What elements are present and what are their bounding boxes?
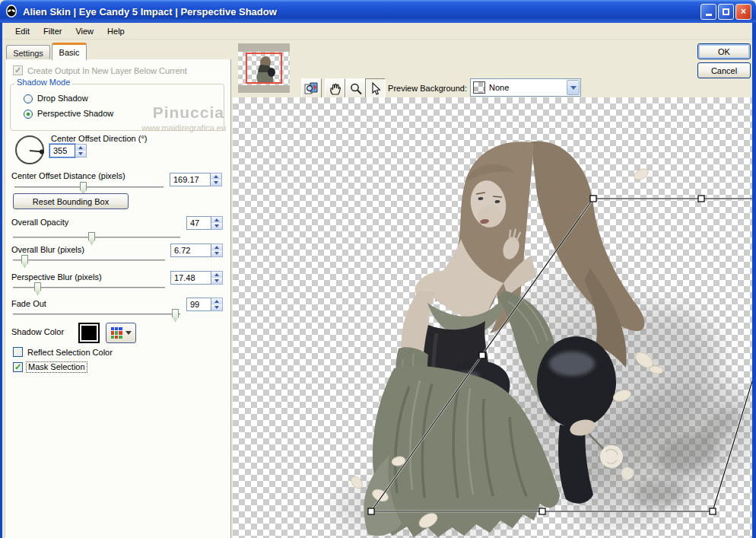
- fade-slider-track[interactable]: [13, 314, 180, 316]
- zoom-tool-button[interactable]: [345, 78, 366, 100]
- close-button[interactable]: ×: [735, 4, 751, 20]
- chevron-down-icon: [125, 331, 132, 335]
- perspective-blur-label: Perspective Blur (pixels): [11, 272, 102, 282]
- direction-spinner[interactable]: [75, 144, 87, 158]
- alien-skin-logo-icon: [5, 5, 18, 18]
- shadow-color-picker-button[interactable]: [106, 323, 136, 343]
- minimize-button[interactable]: [700, 4, 716, 20]
- tab-settings[interactable]: Settings: [6, 45, 50, 60]
- preview-viewport[interactable]: [233, 97, 752, 538]
- mask-selection-label[interactable]: Mask Selection: [27, 362, 87, 372]
- window-border-left: [0, 23, 2, 538]
- plugin-window: Alien Skin | Eye Candy 5 Impact | Perspe…: [0, 0, 756, 538]
- pan-tool-button[interactable]: [325, 78, 345, 100]
- reset-bounding-box-button[interactable]: Reset Bounding Box: [13, 193, 129, 209]
- shadow-mode-title: Shadow Mode: [14, 78, 72, 87]
- blur-slider-thumb[interactable]: [21, 255, 28, 268]
- create-output-label: Create Output In New Layer Below Current: [27, 66, 187, 75]
- bbox-handle-top-mid[interactable]: [698, 196, 704, 202]
- ok-button[interactable]: OK: [697, 43, 751, 59]
- window-border-right: [752, 23, 756, 538]
- mask-selection-checkbox[interactable]: ✓: [13, 362, 23, 372]
- fade-label: Fade Out: [11, 299, 46, 308]
- fade-spinbox[interactable]: 99: [186, 298, 223, 311]
- bbox-handle-bottom-left[interactable]: [368, 508, 374, 514]
- blur-spinner[interactable]: [211, 244, 223, 257]
- drop-shadow-radio[interactable]: [24, 94, 33, 103]
- distance-value: 169.17: [170, 173, 211, 186]
- perspective-blur-slider-thumb[interactable]: [34, 282, 41, 295]
- opacity-slider-track[interactable]: [13, 237, 180, 239]
- preview-image: [233, 97, 752, 538]
- opacity-slider-thumb[interactable]: [88, 232, 95, 245]
- menu-edit[interactable]: Edit: [8, 24, 37, 38]
- tab-basic[interactable]: Basic: [52, 43, 87, 60]
- direction-spinbox[interactable]: 355: [49, 144, 87, 158]
- preview-toggle-tool-button[interactable]: [301, 78, 322, 100]
- distance-label: Center Offset Distance (pixels): [11, 171, 125, 180]
- watermark-url: www.maidiregrafica.eu: [104, 123, 226, 132]
- bbox-handle-bottom-right[interactable]: [710, 508, 716, 514]
- bbox-handle-left-mid[interactable]: [479, 352, 485, 358]
- perspective-blur-spinner[interactable]: [211, 271, 223, 285]
- preview-background-combo[interactable]: None: [470, 78, 581, 97]
- shadow-color-label: Shadow Color: [11, 327, 64, 336]
- title-bar[interactable]: Alien Skin | Eye Candy 5 Impact | Perspe…: [0, 0, 756, 23]
- menu-filter[interactable]: Filter: [37, 24, 68, 38]
- magnifier-icon: [349, 82, 363, 96]
- blur-spinbox[interactable]: 6.72: [170, 244, 223, 257]
- distance-spinner[interactable]: [211, 173, 222, 186]
- reflect-selection-label[interactable]: Reflect Selection Color: [27, 348, 113, 357]
- fade-spinner[interactable]: [211, 298, 223, 311]
- direction-dial[interactable]: [15, 135, 44, 164]
- menu-help[interactable]: Help: [100, 24, 132, 38]
- settings-panel: ✓ Create Output In New Layer Below Curre…: [5, 59, 231, 538]
- distance-spinbox[interactable]: 169.17: [170, 173, 222, 186]
- fade-value: 99: [186, 298, 211, 311]
- drop-shadow-label[interactable]: Drop Shadow: [37, 94, 88, 103]
- create-output-checkbox[interactable]: ✓: [13, 65, 23, 75]
- hand-icon: [329, 82, 342, 96]
- blur-value: 6.72: [170, 244, 211, 257]
- maximize-button[interactable]: [718, 4, 734, 20]
- preview-background-value: None: [489, 83, 509, 92]
- preview-toggle-icon: [304, 82, 319, 96]
- perspective-shadow-label[interactable]: Perspective Shadow: [37, 109, 113, 118]
- shadow-color-swatch[interactable]: [78, 323, 100, 343]
- preview-background-label: Preview Background:: [365, 84, 467, 93]
- menu-bar: Edit Filter View Help: [2, 23, 752, 40]
- direction-label: Center Offset Direction (°): [51, 134, 147, 143]
- color-grid-icon: [111, 327, 122, 339]
- none-swatch-icon: [473, 81, 485, 94]
- perspective-blur-value: 17.48: [170, 271, 211, 285]
- navigator-view-rectangle[interactable]: [246, 53, 282, 84]
- window-title: Alien Skin | Eye Candy 5 Impact | Perspe…: [23, 6, 277, 18]
- bbox-handle-bottom-mid[interactable]: [539, 508, 545, 514]
- menu-view[interactable]: View: [68, 24, 100, 38]
- direction-value: 355: [49, 144, 75, 158]
- opacity-label: Overall Opacity: [11, 218, 68, 227]
- fade-slider-thumb[interactable]: [172, 309, 179, 322]
- blur-label: Overall Blur (pixels): [11, 245, 84, 254]
- combo-dropdown-arrow[interactable]: [567, 80, 580, 95]
- reflect-selection-checkbox[interactable]: [13, 347, 23, 357]
- perspective-shadow-radio[interactable]: [24, 110, 33, 119]
- opacity-spinbox[interactable]: 47: [186, 216, 223, 230]
- perspective-blur-spinbox[interactable]: 17.48: [170, 271, 223, 285]
- distance-slider-track[interactable]: [14, 186, 164, 189]
- watermark-name: Pinuccia: [119, 103, 224, 122]
- opacity-spinner[interactable]: [211, 216, 223, 230]
- bbox-handle-top-left[interactable]: [590, 196, 596, 202]
- cancel-button[interactable]: Cancel: [697, 62, 751, 78]
- blur-slider-track[interactable]: [13, 259, 165, 262]
- opacity-value: 47: [186, 216, 211, 230]
- preview-navigator[interactable]: [238, 43, 290, 93]
